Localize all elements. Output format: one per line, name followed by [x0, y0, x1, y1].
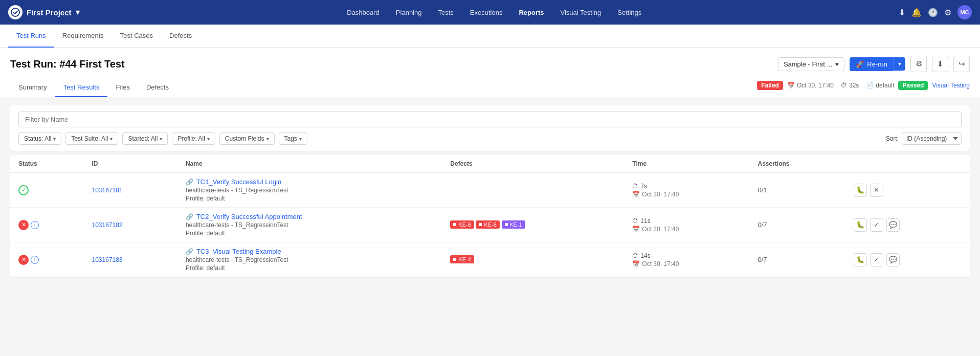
clock-small-icon: ⏱	[632, 217, 638, 225]
tc-name-2[interactable]: 🔗 TC2_Verify Successful Appointment	[186, 213, 434, 220]
info-icon-3[interactable]: i	[31, 256, 39, 264]
chevron-down-icon: ▾	[266, 136, 269, 142]
rerun-button[interactable]: 🚀 Re-run	[850, 57, 894, 71]
brand-chevron: ▾	[76, 8, 80, 17]
col-actions	[845, 155, 970, 173]
defect-ke4[interactable]: KE-4	[450, 255, 474, 263]
rerun-dropdown-button[interactable]: ▾	[894, 57, 905, 71]
page-title: Test Run: #44 First Test	[10, 58, 125, 70]
nav-tests[interactable]: Tests	[431, 6, 460, 19]
avatar[interactable]: MC	[957, 5, 972, 19]
brand-logo	[8, 5, 23, 19]
defect-ke1[interactable]: KE-1	[502, 220, 525, 229]
filter-status[interactable]: Status: All ▾	[18, 132, 61, 145]
debug-btn-1[interactable]: 🐛	[854, 184, 867, 197]
defects-cell-1	[442, 173, 624, 208]
tab-test-cases[interactable]: Test Cases	[112, 25, 161, 48]
calendar-small-icon: 📅	[632, 260, 640, 268]
sub-tabs-left: Summary Test Results Files Defects	[10, 78, 177, 97]
tc-name-3[interactable]: 🔗 TC3_Visual Testing Example	[186, 248, 434, 255]
search-input[interactable]	[18, 112, 962, 127]
info-icon-2[interactable]: i	[31, 221, 39, 229]
filter-tags[interactable]: Tags ▾	[279, 132, 307, 145]
nav-visual-testing[interactable]: Visual Testing	[553, 6, 609, 19]
download-icon[interactable]: ⬇	[899, 8, 905, 17]
nav-dashboard[interactable]: Dashboard	[340, 6, 387, 19]
col-defects: Defects	[442, 155, 624, 173]
link-icon-1: 🔗	[186, 179, 193, 186]
comment-btn-2[interactable]: 💬	[886, 218, 900, 232]
table-row: ✕ i 103167183 🔗 TC3_Visual Testing Examp…	[10, 242, 970, 277]
defect-dot	[479, 223, 482, 226]
comment-btn-3[interactable]: 💬	[886, 253, 900, 266]
sample-selector[interactable]: Sample - First ... ▾	[778, 57, 844, 71]
filter-suite[interactable]: Test Suite: All ▾	[65, 132, 118, 145]
tab-requirements[interactable]: Requirements	[54, 25, 112, 48]
chevron-down-icon: ▾	[160, 136, 162, 142]
check-btn-2[interactable]: ✓	[870, 218, 883, 232]
time-cell-2: ⏱ 11s 📅 Oct 30, 17:40	[624, 208, 749, 242]
sort-label: Sort:	[886, 135, 899, 142]
bell-icon[interactable]: 🔔	[911, 8, 922, 17]
pass-icon: ✓	[18, 185, 29, 195]
brand[interactable]: First Project ▾	[8, 5, 80, 19]
filter-profile[interactable]: Profile: All ▾	[172, 132, 215, 145]
nav-planning[interactable]: Planning	[389, 6, 429, 19]
close-btn-1[interactable]: ✕	[870, 184, 883, 197]
name-cell-3: 🔗 TC3_Visual Testing Example healthcare-…	[177, 242, 442, 277]
test-id-link-3[interactable]: 103167183	[92, 256, 122, 263]
filter-custom-fields-label: Custom Fields	[225, 135, 264, 142]
nav-executions[interactable]: Executions	[463, 6, 510, 19]
tc-profile-1: Profile: default	[186, 195, 434, 202]
filter-started-label: Started: All	[128, 135, 158, 142]
status-cell-2: ✕ i	[10, 208, 83, 242]
profile-icon: 📄	[866, 82, 874, 89]
visual-testing-link[interactable]: Visual Testing	[932, 82, 970, 89]
meta-duration: ⏱ 32s	[841, 82, 859, 89]
history-icon[interactable]: 🕐	[928, 8, 938, 17]
forward-icon[interactable]: ↪	[953, 56, 970, 72]
chevron-down-icon: ▾	[299, 136, 302, 142]
defect-ke6[interactable]: KE-6	[450, 220, 474, 229]
col-name: Name	[177, 155, 442, 173]
id-cell-2: 103167182	[83, 208, 177, 242]
calendar-icon: 📅	[787, 82, 795, 89]
share-config-icon[interactable]: ⚙	[910, 56, 927, 72]
actions-cell-2: 🐛 ✓ 💬	[845, 208, 970, 242]
debug-btn-2[interactable]: 🐛	[854, 218, 867, 232]
test-id-link-1[interactable]: 103167181	[92, 187, 122, 194]
clock-small-icon: ⏱	[632, 183, 638, 190]
filter-custom-fields[interactable]: Custom Fields ▾	[219, 132, 275, 145]
fail-icon: ✕	[18, 255, 29, 265]
results-table: Status ID Name Defects Time Assertions ✓	[10, 155, 970, 277]
sort-select[interactable]: ID (Ascending) ID (Descending) Name (A-Z…	[902, 132, 962, 145]
name-cell-2: 🔗 TC2_Verify Successful Appointment heal…	[177, 208, 442, 242]
calendar-small-icon: 📅	[632, 191, 640, 198]
check-btn-3[interactable]: ✓	[870, 253, 883, 266]
filter-started[interactable]: Started: All ▾	[122, 132, 168, 145]
nav-reports[interactable]: Reports	[511, 6, 551, 19]
results-table-wrapper: Status ID Name Defects Time Assertions ✓	[10, 155, 970, 277]
tab-test-runs[interactable]: Test Runs	[8, 25, 54, 48]
col-time: Time	[624, 155, 749, 173]
defect-dot	[505, 223, 508, 226]
time-cell-3: ⏱ 14s 📅 Oct 30, 17:40	[624, 242, 749, 277]
page-header-actions: Sample - First ... ▾ 🚀 Re-run ▾ ⚙ ⬇ ↪	[778, 56, 970, 72]
filter-profile-label: Profile: All	[177, 135, 205, 142]
debug-btn-3[interactable]: 🐛	[854, 253, 867, 266]
tc-name-1[interactable]: 🔗 TC1_Verify Successful Login	[186, 178, 434, 186]
sub-tab-files[interactable]: Files	[107, 78, 138, 97]
brand-label: First Project	[27, 8, 72, 17]
tab-defects[interactable]: Defects	[161, 25, 200, 48]
sub-tab-test-results[interactable]: Test Results	[55, 78, 108, 97]
tc-profile-2: Profile: default	[186, 230, 434, 237]
nav-settings[interactable]: Settings	[610, 6, 649, 19]
col-id: ID	[83, 155, 177, 173]
gear-icon[interactable]: ⚙	[944, 8, 951, 17]
export-icon[interactable]: ⬇	[932, 56, 948, 72]
sub-tab-summary[interactable]: Summary	[10, 78, 55, 97]
sample-chevron-icon: ▾	[835, 60, 839, 68]
defect-ke8[interactable]: KE-8	[476, 220, 499, 229]
sub-tab-defects[interactable]: Defects	[138, 78, 177, 97]
test-id-link-2[interactable]: 103167182	[92, 221, 122, 229]
